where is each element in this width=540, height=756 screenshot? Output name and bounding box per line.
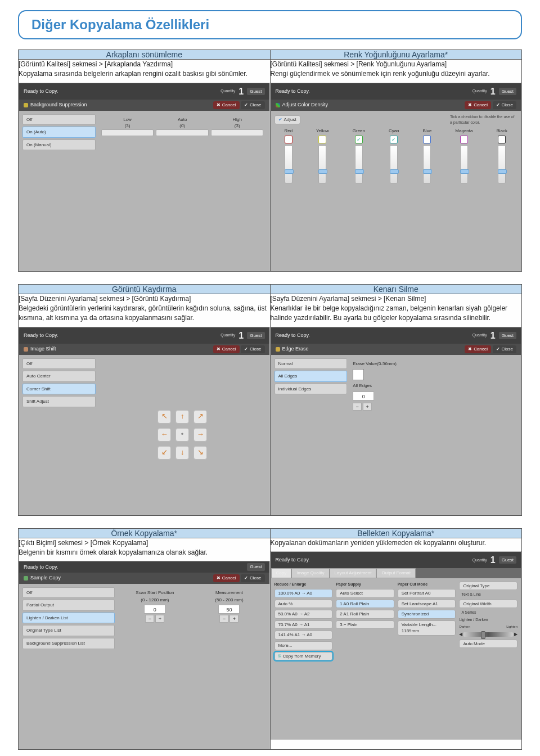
screenshot-edge-erase: Ready to Copy. Quantity1Guest Edge Erase… bbox=[271, 327, 522, 515]
opt-bg-suppress-list[interactable]: Background Suppression List bbox=[22, 638, 115, 649]
opt-off[interactable]: Off bbox=[22, 114, 96, 125]
tab-copy[interactable]: Copy bbox=[271, 568, 292, 578]
ready-label: Ready to Copy. bbox=[24, 88, 58, 95]
ck-cyan[interactable]: ✓ bbox=[390, 136, 398, 143]
cancel-button[interactable]: ✖ Cancel bbox=[213, 101, 240, 109]
cut-landscape[interactable]: Set Landscape A1 bbox=[398, 600, 456, 609]
col-reduce-enlarge: Reduce / Enlarge bbox=[274, 582, 333, 587]
close-button[interactable]: ✔ Close bbox=[241, 574, 264, 582]
head-image-shift: Görüntü Kaydırma bbox=[19, 284, 271, 294]
screenshot-color-density: Ready to Copy. Quantity1Guest Adjust Col… bbox=[271, 83, 522, 271]
arrow-s[interactable]: ↓ bbox=[176, 446, 189, 460]
ck-red[interactable] bbox=[285, 136, 292, 143]
desc-color-density: [Görüntü Kalitesi] sekmesi > [Renk Yoğun… bbox=[271, 60, 522, 79]
item-auto[interactable]: Auto % bbox=[274, 600, 333, 609]
darken-left[interactable]: ◀ bbox=[459, 631, 462, 638]
measurement-val: 50 bbox=[218, 605, 240, 614]
ck-blue[interactable] bbox=[423, 136, 431, 143]
tab-output[interactable]: Output Format bbox=[376, 568, 416, 578]
orig-type[interactable]: Original Type bbox=[459, 582, 518, 591]
close-button[interactable]: ✔ Close bbox=[493, 345, 516, 353]
tab-image-quality[interactable]: Image Quality bbox=[291, 568, 329, 578]
close-button[interactable]: ✔ Close bbox=[241, 101, 264, 109]
screenshot-copy-memory: Ready to Copy. Quantity1Guest Copy Image… bbox=[271, 551, 522, 740]
ck-black[interactable] bbox=[498, 136, 506, 143]
opt-on-manual[interactable]: On (Manual) bbox=[22, 140, 96, 151]
arrow-sw[interactable]: ↙ bbox=[158, 446, 171, 460]
bar-sample-copy: Sample Copy bbox=[30, 574, 61, 582]
item-50[interactable]: 50.0% A0 → A2 bbox=[274, 610, 333, 619]
cut-variable[interactable]: Variable Length... 1189mm bbox=[398, 620, 456, 636]
arrow-se[interactable]: ↘ bbox=[194, 446, 207, 460]
item-100[interactable]: 100.0% A0 → A0 bbox=[274, 589, 333, 598]
cancel-button[interactable]: ✖ Cancel bbox=[213, 574, 240, 582]
plus-button[interactable]: + bbox=[363, 403, 372, 411]
feature-table-row2: Görüntü Kaydırma Kenarı Silme [Sayfa Düz… bbox=[18, 284, 522, 516]
arrow-w[interactable]: ← bbox=[158, 428, 171, 442]
opt-auto-center[interactable]: Auto Center bbox=[22, 371, 96, 382]
opt-partial[interactable]: Partial Output bbox=[22, 600, 115, 611]
page-title: Diğer Kopyalama Özellikleri bbox=[32, 17, 508, 33]
erase-value-label: Erase Value(0-56mm) bbox=[353, 361, 397, 367]
scan-start-label: Scan Start Position bbox=[136, 590, 174, 596]
arrow-center[interactable]: • bbox=[176, 428, 189, 442]
screenshot-sample-copy: Ready to Copy. Guest Sample Copy ✖ Cance… bbox=[19, 561, 270, 749]
minus-button[interactable]: − bbox=[219, 615, 228, 623]
paper-auto[interactable]: Auto Select bbox=[336, 589, 394, 598]
opt-shift-adjust[interactable]: Shift Adjust bbox=[22, 396, 96, 407]
darken-right[interactable]: ▶ bbox=[514, 631, 518, 638]
cancel-button[interactable]: ✖ Cancel bbox=[213, 345, 240, 353]
opt-erase-all[interactable]: All Edges bbox=[274, 371, 348, 382]
scan-start-val: 0 bbox=[144, 605, 165, 614]
copy-from-memory[interactable]: ⎘Copy from Memory bbox=[274, 652, 333, 661]
col-high: High bbox=[211, 116, 264, 123]
minus-button[interactable]: − bbox=[353, 403, 362, 411]
all-edges-label: All Edges bbox=[353, 382, 372, 389]
arrow-n[interactable]: ↑ bbox=[176, 410, 189, 424]
orig-type-val: Text & Line bbox=[459, 592, 518, 597]
plus-button[interactable]: + bbox=[155, 615, 164, 623]
orig-width[interactable]: Original Width bbox=[459, 600, 518, 609]
lighten-darken-label: Lighten / Darken bbox=[459, 617, 518, 623]
ck-yellow[interactable] bbox=[318, 136, 326, 143]
item-more[interactable]: More... bbox=[274, 641, 333, 650]
close-button[interactable]: ✔ Close bbox=[241, 345, 264, 353]
opt-lighten-darken[interactable]: Lighten / Darken List bbox=[22, 613, 115, 624]
opt-erase-normal[interactable]: Normal bbox=[274, 358, 348, 370]
opt-on-auto[interactable]: On (Auto) bbox=[22, 127, 96, 138]
tip-text: Tick a checkbox to disable the use of a … bbox=[450, 114, 518, 125]
guest-badge: Guest bbox=[247, 88, 264, 96]
cut-sync[interactable]: Synchronized bbox=[398, 610, 456, 619]
opt-shift-off[interactable]: Off bbox=[22, 358, 96, 370]
opt-corner-shift[interactable]: Corner Shift bbox=[22, 384, 96, 395]
item-141[interactable]: 141.4% A1 → A0 bbox=[274, 631, 333, 640]
close-button[interactable]: ✔ Close bbox=[493, 101, 516, 109]
feature-table-row3: Örnek Kopyalama* Bellekten Kopyalama* [Ç… bbox=[18, 528, 522, 750]
arrow-ne[interactable]: ↗ bbox=[194, 410, 207, 424]
opt-erase-individual[interactable]: Individual Edges bbox=[274, 384, 348, 395]
cancel-button[interactable]: ✖ Cancel bbox=[465, 345, 491, 353]
color-magenta: Magenta bbox=[455, 128, 472, 134]
adjust-pill[interactable]: ✔Adjust bbox=[274, 115, 300, 124]
col-low: Low bbox=[101, 116, 154, 123]
arrow-e[interactable]: → bbox=[194, 428, 207, 442]
bar-edge-erase: Edge Erase bbox=[282, 345, 309, 353]
screenshot-image-shift: Ready to Copy. Quantity1Guest Image Shif… bbox=[19, 327, 270, 515]
minus-button[interactable]: − bbox=[145, 615, 154, 623]
ck-magenta[interactable] bbox=[460, 136, 468, 143]
ck-green[interactable]: ✓ bbox=[355, 136, 363, 143]
paper-a0[interactable]: 1 A0 Roll Plain bbox=[336, 600, 394, 609]
opt-original-type[interactable]: Original Type List bbox=[22, 625, 115, 636]
paper-3[interactable]: 3 ⌐ Plain bbox=[336, 620, 394, 629]
cut-portrait[interactable]: Set Portrait A0 bbox=[398, 589, 456, 598]
item-70[interactable]: 70.7% A0 → A1 bbox=[274, 620, 333, 629]
darken-slider[interactable] bbox=[464, 632, 513, 637]
opt-sample-off[interactable]: Off bbox=[22, 587, 115, 598]
desc-image-shift: [Sayfa Düzenini Ayarlama] sekmesi > [Gör… bbox=[19, 294, 270, 323]
auto-mode[interactable]: Auto Mode bbox=[459, 640, 518, 649]
paper-a1[interactable]: 2 A1 Roll Plain bbox=[336, 610, 394, 619]
tab-layout[interactable]: Layout Adjustment bbox=[330, 568, 377, 578]
cancel-button[interactable]: ✖ Cancel bbox=[465, 101, 491, 109]
arrow-nw[interactable]: ↖ bbox=[158, 410, 171, 424]
plus-button[interactable]: + bbox=[230, 615, 238, 623]
